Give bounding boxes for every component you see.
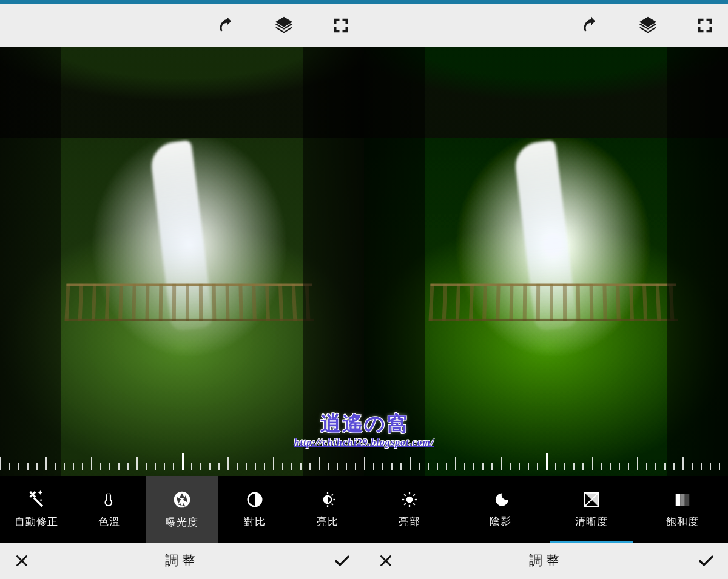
tool-label: 曝光度 [166,515,198,529]
tool-label: 色溫 [98,515,120,529]
svg-line-12 [404,494,406,496]
photo-canvas-right[interactable] [364,47,728,476]
bottombar-right: 調整 [364,543,728,579]
tool-saturation[interactable]: 飽和度 [637,476,728,543]
tool-auto-fix[interactable]: 自動修正 [0,476,73,543]
moon-icon [492,491,509,508]
close-icon [14,553,30,569]
pane-left: 自動修正 色溫 曝光度 對比 亮比 [0,4,364,579]
tool-underline [550,541,633,543]
layers-icon [638,15,658,36]
confirm-button[interactable] [332,551,352,571]
bottombar-title: 調整 [529,552,563,570]
tool-clarity[interactable]: 清晰度 [546,476,637,543]
slider-ruler-right[interactable] [364,452,728,476]
layers-button[interactable] [273,15,295,36]
photo-canvas-left[interactable] [0,47,364,476]
svg-line-13 [413,503,415,505]
saturation-icon [673,490,692,509]
photo-vignette-left [364,47,425,476]
undo-button[interactable] [580,15,602,36]
tool-label: 亮比 [317,515,339,529]
fullscreen-button[interactable] [694,15,716,36]
tool-exposure[interactable]: 曝光度 [146,476,218,543]
check-icon [697,552,715,570]
photo-vignette-left [0,47,61,476]
tool-label: 自動修正 [15,515,58,529]
tool-label: 陰影 [490,514,511,528]
tool-shadows[interactable]: 陰影 [455,476,546,543]
tool-label: 亮部 [399,515,420,529]
topbar-right [364,4,728,47]
tool-brightness[interactable]: 亮比 [291,476,364,543]
tool-temperature[interactable]: 色溫 [73,476,146,543]
svg-rect-17 [676,494,681,506]
undo-icon [217,15,237,36]
contrast-icon [246,490,264,509]
clarity-icon [582,490,601,509]
undo-icon [581,15,601,36]
aperture-icon [172,490,192,509]
tool-highlights[interactable]: 亮部 [364,476,455,543]
tool-row-right: 亮部 陰影 清晰度 飽和度 [364,476,728,543]
check-icon [333,552,351,570]
svg-rect-19 [685,494,690,506]
sun-icon [400,490,419,509]
svg-line-4 [332,494,333,495]
wand-icon [27,490,46,509]
photo-walkway [65,283,314,320]
layers-button[interactable] [637,15,659,36]
cancel-button[interactable] [12,551,32,571]
svg-line-15 [413,494,415,496]
pane-right: 亮部 陰影 清晰度 飽和度 調整 [364,4,728,579]
thermometer-icon [100,490,118,509]
tool-row-left: 自動修正 色溫 曝光度 對比 亮比 [0,476,364,543]
svg-line-5 [332,503,333,504]
slider-ruler-left[interactable] [0,452,364,476]
app-container: 自動修正 色溫 曝光度 對比 亮比 [0,4,728,579]
fullscreen-icon [696,16,714,35]
svg-point-7 [406,496,413,503]
topbar-left [0,4,364,47]
photo-vignette-right [667,47,728,476]
photo-vignette-right [303,47,364,476]
photo-walkway [429,283,678,320]
fullscreen-icon [332,16,350,35]
svg-rect-18 [680,494,685,506]
svg-line-14 [404,503,406,505]
tool-label: 對比 [244,515,266,529]
tool-contrast[interactable]: 對比 [218,476,291,543]
tool-label: 清晰度 [575,515,608,529]
half-sun-icon [318,490,337,509]
bottombar-left: 調整 [0,543,364,579]
close-icon [378,553,394,569]
fullscreen-button[interactable] [330,15,352,36]
confirm-button[interactable] [696,551,716,571]
undo-button[interactable] [216,15,238,36]
bottombar-title: 調整 [165,552,199,570]
layers-icon [274,15,294,36]
cancel-button[interactable] [376,551,396,571]
tool-label: 飽和度 [666,515,699,529]
